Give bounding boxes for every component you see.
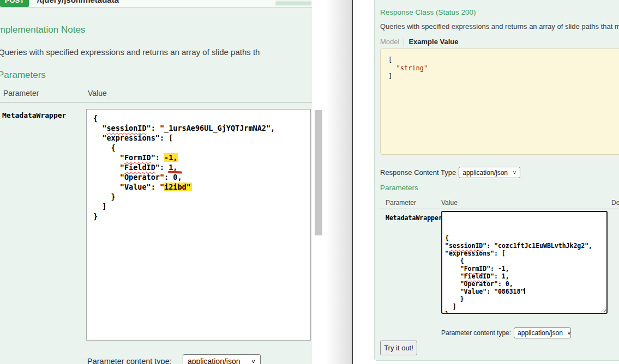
response-class-title: Response Class (Status 200) — [380, 8, 476, 16]
chevron-down-icon: ∨ — [567, 331, 571, 336]
left-operation-header-bar: POST /query/json/metadata — [0, 0, 312, 7]
implementation-notes-title: Implementation Notes — [0, 25, 85, 35]
column-header-parameter: Parameter — [3, 89, 39, 98]
post-method-badge[interactable]: POST — [0, 0, 29, 7]
endpoint-path[interactable]: /query/json/metadata — [37, 0, 119, 4]
chevron-down-icon: ∨ — [251, 358, 256, 364]
response-class-description: Queries with specified expressions and r… — [380, 22, 619, 31]
model-example-tabs: Model Example Value — [380, 38, 458, 46]
parameter-content-type-value: application/json — [188, 357, 241, 364]
parameter-content-type-select[interactable]: application/json ∨ — [514, 327, 571, 338]
response-content-type-label: Response Content Type — [380, 168, 456, 177]
parameter-content-type-label: Parameter content type: — [87, 357, 172, 364]
table-header-rule — [0, 102, 312, 102]
column-header-description: De — [611, 199, 619, 207]
parameter-name: MetadataWrapper — [2, 111, 66, 119]
try-it-out-button[interactable]: Try it out! — [380, 341, 417, 355]
metadata-wrapper-textarea-focused[interactable]: {"sessionID": "cozc1ftJc1EuWBLvthJk2g2",… — [441, 211, 608, 314]
tab-example-value[interactable]: Example Value — [404, 38, 458, 46]
screenshot-root: POST /query/json/metadata Implementation… — [0, 0, 619, 364]
parameter-content-type-value: application/json — [518, 329, 563, 337]
implementation-notes-text: Queries with specified expressions and r… — [0, 47, 312, 57]
table-header-rule — [379, 209, 619, 209]
response-content-type-value: application/json — [462, 169, 508, 177]
chevron-down-icon: ∨ — [513, 170, 516, 175]
left-operation-panel: Implementation Notes Queries with specif… — [0, 8, 312, 364]
right-operation-panel: Response Class (Status 200) Queries with… — [374, 0, 619, 361]
parameter-name: MetadataWrapper — [386, 214, 442, 222]
operation-link-faint — [275, 1, 311, 5]
column-header-parameter: Parameter — [386, 199, 416, 207]
parameter-content-type-label: Parameter content type: — [441, 329, 511, 337]
parameters-title: Parameters — [380, 184, 418, 192]
parameters-title: Parameters — [0, 70, 46, 81]
column-header-value: Value — [88, 89, 107, 98]
response-content-type-select[interactable]: application/json ∨ — [459, 167, 520, 178]
vertical-scrollbar-thumb[interactable] — [315, 110, 322, 235]
metadata-wrapper-textarea[interactable]: { "sessionID": "_1ursAe96UL_GjYQTJrmNA2"… — [86, 109, 311, 341]
parameter-content-type-select[interactable]: application/json ∨ — [183, 354, 261, 364]
example-value-box: [ "string"] — [380, 48, 619, 155]
window-drop-shadow — [326, 0, 352, 364]
column-header-value: Value — [441, 199, 458, 207]
tab-model[interactable]: Model — [380, 38, 404, 46]
